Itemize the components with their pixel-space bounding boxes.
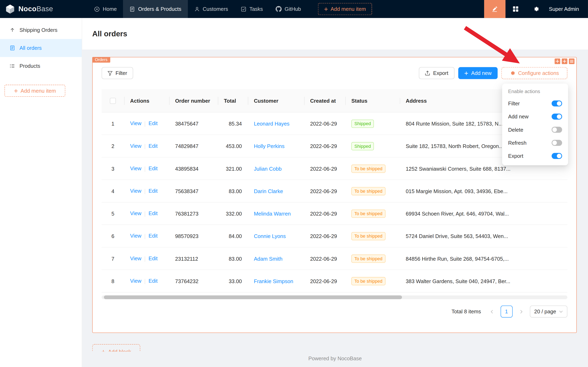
ui-editor-button[interactable]	[484, 0, 505, 18]
table-row: 8 ViewEdit 73764232 33.00 Frankie Simpso…	[102, 270, 567, 292]
edit-link[interactable]: Edit	[149, 278, 158, 284]
menu-item-label: Refresh	[508, 140, 527, 146]
customer-link[interactable]: Melinda Warren	[254, 210, 291, 216]
view-link[interactable]: View	[130, 143, 141, 149]
row-actions-cell: ViewEdit	[124, 120, 169, 126]
edit-link[interactable]: Edit	[149, 143, 158, 149]
customer-link[interactable]: Connie Lyons	[254, 233, 286, 239]
configure-menu-item[interactable]: Add new	[504, 110, 567, 123]
sidebar-item-shipping-orders[interactable]: Shipping Orders	[0, 21, 82, 39]
view-link[interactable]: View	[130, 166, 141, 171]
row-index: 3	[102, 166, 124, 171]
created-at-cell: 2022-06-29	[304, 188, 345, 194]
top-navbar: NocoBase Home Orders & Products Customer…	[0, 0, 588, 18]
customer-cell: Adam Smith	[248, 256, 304, 261]
toggle-switch[interactable]	[552, 100, 562, 106]
add-action-icon[interactable]	[562, 58, 567, 64]
created-at-cell: 2022-06-29	[304, 120, 345, 126]
select-all-cell	[102, 98, 124, 103]
navbar-right: Super Admin	[484, 0, 588, 18]
configure-menu-item[interactable]: Export	[504, 149, 567, 162]
main-content: Orders Filter Export	[82, 50, 588, 367]
column-header-created-at: Created at	[304, 98, 345, 103]
view-link[interactable]: View	[130, 188, 141, 194]
configure-menu-item[interactable]: Delete	[504, 123, 567, 136]
select-all-checkbox[interactable]	[110, 98, 116, 103]
page-header: All orders	[82, 18, 588, 50]
customer-link[interactable]: Leonard Hayes	[254, 120, 289, 126]
configure-menu-item[interactable]: Filter	[504, 97, 567, 110]
settings-button[interactable]	[526, 0, 547, 18]
filter-button[interactable]: Filter	[102, 67, 133, 79]
edit-link[interactable]: Edit	[149, 255, 158, 261]
orders-table: Actions Order number Total Customer Crea…	[102, 89, 567, 292]
status-badge: To be shipped	[351, 209, 386, 217]
highlighter-pen-icon	[491, 6, 498, 12]
nav-item-customers[interactable]: Customers	[188, 0, 234, 18]
add-field-icon[interactable]	[554, 58, 560, 64]
total-cell: 332.00	[218, 210, 248, 216]
previous-page-button[interactable]	[486, 306, 497, 317]
created-at-cell: 2022-06-29	[304, 233, 345, 239]
toggle-switch[interactable]	[552, 126, 562, 133]
table-row: 5 ViewEdit 76381273 332.00 Melinda Warre…	[102, 202, 567, 225]
configure-actions-button[interactable]: Configure actions	[501, 67, 567, 79]
edit-link[interactable]: Edit	[149, 120, 158, 126]
customers-icon	[194, 6, 200, 12]
edit-link[interactable]: Edit	[149, 233, 158, 239]
customer-link[interactable]: Adam Smith	[254, 256, 282, 261]
order-number-cell: 23132112	[169, 256, 218, 261]
row-index: 2	[102, 143, 124, 149]
customer-link[interactable]: Frankie Simpson	[254, 278, 293, 284]
menu-item-label: Export	[508, 153, 523, 158]
edit-link[interactable]: Edit	[149, 166, 158, 171]
brand[interactable]: NocoBase	[0, 4, 83, 14]
brand-text: NocoBase	[18, 5, 53, 13]
edit-link[interactable]: Edit	[149, 188, 158, 194]
export-button[interactable]: Export	[419, 67, 454, 79]
customer-link[interactable]: Holly Perkins	[254, 143, 284, 149]
row-index: 5	[102, 210, 124, 216]
view-link[interactable]: View	[130, 278, 141, 284]
customer-link[interactable]: Darin Clarke	[254, 188, 283, 194]
sidebar-item-all-orders[interactable]: All orders	[0, 39, 82, 57]
nav-item-home[interactable]: Home	[88, 0, 123, 18]
toggle-switch[interactable]	[552, 153, 562, 158]
page-number-button[interactable]: 1	[500, 306, 512, 317]
view-link[interactable]: View	[130, 120, 141, 126]
row-actions-cell: ViewEdit	[124, 210, 169, 217]
scrollbar-thumb[interactable]	[104, 295, 402, 299]
block-menu-icon[interactable]	[569, 58, 574, 64]
page-size-select[interactable]: 20 / page	[530, 306, 567, 317]
view-link[interactable]: View	[130, 210, 141, 216]
add-menu-item-button-sidebar[interactable]: Add menu item	[5, 85, 65, 97]
status-cell: To be shipped	[345, 209, 400, 217]
export-button-label: Export	[433, 70, 448, 76]
customer-link[interactable]: Julian Cobb	[254, 166, 282, 171]
nav-item-label: Customers	[203, 6, 228, 12]
edit-link[interactable]: Edit	[149, 210, 158, 216]
view-link[interactable]: View	[130, 255, 141, 261]
nav-item-label: Tasks	[250, 6, 263, 12]
add-new-button[interactable]: Add new	[458, 67, 498, 79]
plugin-manager-button[interactable]	[505, 0, 526, 18]
add-block-button[interactable]: Add block	[92, 344, 140, 352]
toggle-switch[interactable]	[552, 140, 562, 146]
status-badge: Shipped	[351, 119, 374, 128]
toggle-switch[interactable]	[552, 114, 562, 119]
action-divider	[145, 121, 145, 126]
add-menu-item-button-navbar[interactable]: Add menu item	[318, 3, 372, 15]
nav-item-github[interactable]: GitHub	[269, 0, 308, 18]
nocobase-logo-icon	[5, 4, 15, 14]
user-menu[interactable]: Super Admin	[547, 6, 588, 12]
configure-menu-item[interactable]: Refresh	[504, 136, 567, 149]
toolbar-right: Export Add new Configure actions	[419, 67, 567, 79]
plus-icon	[14, 89, 18, 93]
status-badge: To be shipped	[351, 232, 386, 240]
order-number-cell: 43895834	[169, 166, 218, 171]
nav-item-tasks[interactable]: Tasks	[234, 0, 269, 18]
nav-item-orders-products[interactable]: Orders & Products	[123, 0, 188, 18]
next-page-button[interactable]	[515, 306, 527, 317]
sidebar-item-products[interactable]: Products	[0, 57, 82, 75]
view-link[interactable]: View	[130, 233, 141, 239]
